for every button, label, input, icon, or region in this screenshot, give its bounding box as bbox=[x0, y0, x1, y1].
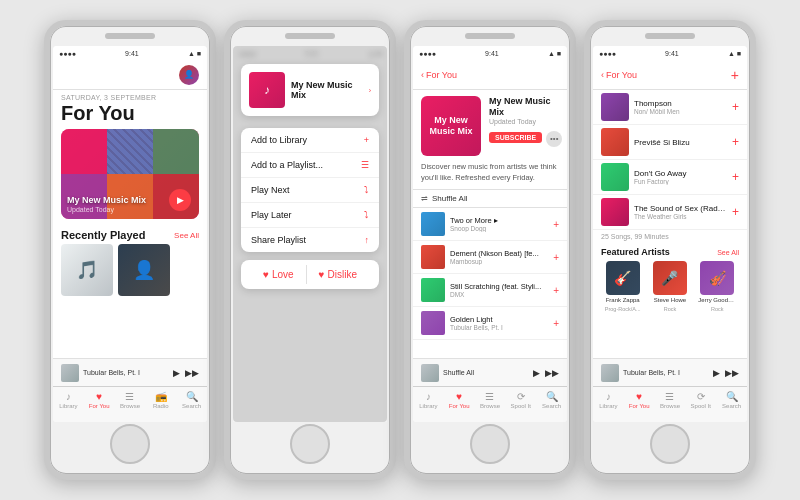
context-item-share-label: Share Playlist bbox=[251, 235, 306, 245]
love-button[interactable]: ♥ Love bbox=[251, 265, 306, 284]
np-controls-1[interactable]: ▶ ▶▶ bbox=[173, 368, 199, 378]
context-menu-list: Add to Library + Add to a Playlist... ☰ … bbox=[241, 128, 379, 252]
grid-cell-2 bbox=[107, 129, 153, 174]
track-item-1[interactable]: Two or More ▸ Snoop Dogg + bbox=[413, 208, 567, 241]
song-add-2[interactable]: + bbox=[732, 136, 739, 148]
tab-spool-3[interactable]: ⟳ Spool It bbox=[505, 391, 536, 409]
track-add-2[interactable]: + bbox=[553, 252, 559, 263]
artist-photo-1: 🎸 bbox=[606, 261, 640, 295]
tab-search-1[interactable]: 🔍 Search bbox=[176, 391, 207, 409]
tab-browse-4[interactable]: ☰ Browse bbox=[655, 391, 686, 409]
song-name-1: Thompson bbox=[634, 99, 727, 108]
song-add-3[interactable]: + bbox=[732, 171, 739, 183]
context-item-play-next[interactable]: Play Next ⤵ bbox=[241, 178, 379, 203]
tab-foryou-3[interactable]: ♥ For You bbox=[444, 391, 475, 409]
artist-item-1[interactable]: 🎸 Frank Zappa Prog-Rock/A... bbox=[601, 261, 644, 312]
tab-spool-label-4: Spool It bbox=[691, 403, 711, 409]
subscribe-button[interactable]: SUBSCRIBE bbox=[489, 132, 542, 143]
featured-header: Featured Artists See All bbox=[601, 247, 739, 257]
track-art-2 bbox=[421, 245, 445, 269]
track-add-1[interactable]: + bbox=[553, 219, 559, 230]
more-button[interactable]: ••• bbox=[546, 131, 562, 147]
browse-icon-4: ☰ bbox=[665, 391, 674, 402]
tab-library-3[interactable]: ♪ Library bbox=[413, 391, 444, 409]
np-next-btn-4[interactable]: ▶▶ bbox=[725, 368, 739, 378]
album-thumb-1[interactable]: 🎵 bbox=[61, 244, 113, 296]
song-item-3[interactable]: Don't Go Away Fun Factory + bbox=[593, 160, 747, 195]
play-button[interactable]: ▶ bbox=[169, 189, 191, 211]
track-info-4: Golden Light Tubular Bells, Pt. I bbox=[450, 315, 548, 331]
status-bar-1: ●●●● 9:41 ▲ ■ bbox=[53, 46, 207, 60]
avatar-1[interactable]: 👤 bbox=[179, 65, 199, 85]
song-item-2[interactable]: Previšé Si Blizu + bbox=[593, 125, 747, 160]
artist-item-2[interactable]: 🎤 Steve Howe Rock bbox=[648, 261, 691, 312]
tab-spool-label-3: Spool It bbox=[511, 403, 531, 409]
track-name-3: Still Scratching (feat. Styli... bbox=[450, 282, 548, 291]
dislike-button[interactable]: ♥ Dislike bbox=[307, 265, 369, 284]
track-item-2[interactable]: Dement (Nkson Beat) [fe... Mambosup + bbox=[413, 241, 567, 274]
phone-3: ●●●● 9:41 ▲ ■ ‹ For You My New Music Mix… bbox=[404, 20, 576, 480]
shuffle-row[interactable]: ⇌ Shuffle All bbox=[413, 190, 567, 208]
context-item-add-playlist[interactable]: Add to a Playlist... ☰ bbox=[241, 153, 379, 178]
np-play-btn-3[interactable]: ▶ bbox=[533, 368, 540, 378]
nav-bar-1: 👤 bbox=[53, 60, 207, 90]
status-signal-4: ●●●● bbox=[599, 50, 616, 57]
track-item-4[interactable]: Golden Light Tubular Bells, Pt. I + bbox=[413, 307, 567, 340]
phones-container: ●●●● 9:41 ▲ ■ 👤 SATURDAY, 3 SEPTEMBER Fo… bbox=[34, 10, 766, 490]
context-item-share[interactable]: Share Playlist ↑ bbox=[241, 228, 379, 252]
np-play-btn[interactable]: ▶ bbox=[173, 368, 180, 378]
nav-back-3[interactable]: ‹ For You bbox=[421, 70, 457, 80]
shuffle-text: Shuffle All bbox=[432, 194, 467, 203]
featured-title: Featured Artists bbox=[601, 247, 670, 257]
phone-4-screen: ●●●● 9:41 ▲ ■ ‹ For You + Thompson Non/ … bbox=[593, 46, 747, 422]
artist-photo-2: 🎤 bbox=[653, 261, 687, 295]
tab-browse-3[interactable]: ☰ Browse bbox=[475, 391, 506, 409]
nav-back-4[interactable]: ‹ For You bbox=[601, 70, 637, 80]
browse-icon: ☰ bbox=[125, 391, 134, 402]
mix-art: My New Music Mix bbox=[421, 96, 481, 156]
tab-library-1[interactable]: ♪ Library bbox=[53, 391, 84, 409]
tab-spool-4[interactable]: ⟳ Spool It bbox=[685, 391, 716, 409]
tab-search-3[interactable]: 🔍 Search bbox=[536, 391, 567, 409]
song-info-2: Previšé Si Blizu bbox=[634, 138, 727, 147]
song-art-3 bbox=[601, 163, 629, 191]
tab-search-4[interactable]: 🔍 Search bbox=[716, 391, 747, 409]
song-art-2 bbox=[601, 128, 629, 156]
tab-library-4[interactable]: ♪ Library bbox=[593, 391, 624, 409]
song-add-4[interactable]: + bbox=[732, 206, 739, 218]
tab-radio-1[interactable]: 📻 Radio bbox=[145, 391, 176, 409]
np-controls-4[interactable]: ▶ ▶▶ bbox=[713, 368, 739, 378]
song-name-3: Don't Go Away bbox=[634, 169, 727, 178]
tab-browse-1[interactable]: ☰ Browse bbox=[115, 391, 146, 409]
featured-artists-row: 🎸 Frank Zappa Prog-Rock/A... 🎤 Steve How… bbox=[601, 261, 739, 312]
artist-item-3[interactable]: 🎻 Jerry Goodm... Rock bbox=[696, 261, 739, 312]
tab-foryou-1[interactable]: ♥ For You bbox=[84, 391, 115, 409]
featured-see-all[interactable]: See All bbox=[717, 249, 739, 256]
tab-foryou-4[interactable]: ♥ For You bbox=[624, 391, 655, 409]
library-icon-3: ♪ bbox=[426, 391, 431, 402]
song-add-1[interactable]: + bbox=[732, 101, 739, 113]
track-add-4[interactable]: + bbox=[553, 318, 559, 329]
add-song-button[interactable]: + bbox=[731, 67, 739, 83]
recently-played-see-all[interactable]: See All bbox=[174, 231, 199, 240]
np-controls-3[interactable]: ▶ ▶▶ bbox=[533, 368, 559, 378]
np-play-btn-4[interactable]: ▶ bbox=[713, 368, 720, 378]
radio-icon: 📻 bbox=[155, 391, 167, 402]
track-item-3[interactable]: Still Scratching (feat. Styli... DMX + bbox=[413, 274, 567, 307]
artist-name-1: Frank Zappa bbox=[606, 297, 640, 304]
context-art: ♪ bbox=[249, 72, 285, 108]
album-thumb-2[interactable]: 👤 bbox=[118, 244, 170, 296]
song-item-4[interactable]: The Sound of Sex (Radio Ed... The Weathe… bbox=[593, 195, 747, 230]
context-item-add-library[interactable]: Add to Library + bbox=[241, 128, 379, 153]
track-add-3[interactable]: + bbox=[553, 285, 559, 296]
song-item-1[interactable]: Thompson Non/ Möbil Men + bbox=[593, 90, 747, 125]
date-label: SATURDAY, 3 SEPTEMBER bbox=[53, 90, 207, 102]
track-info-1: Two or More ▸ Snoop Dogg bbox=[450, 216, 548, 232]
song-art-1 bbox=[601, 93, 629, 121]
np-next-btn-3[interactable]: ▶▶ bbox=[545, 368, 559, 378]
status-time-3: 9:41 bbox=[485, 50, 499, 57]
np-next-btn[interactable]: ▶▶ bbox=[185, 368, 199, 378]
context-item-play-later[interactable]: Play Later ⤵ bbox=[241, 203, 379, 228]
context-chevron: › bbox=[369, 87, 371, 94]
music-card-main[interactable]: My New Music Mix Updated Today ▶ bbox=[61, 129, 199, 219]
